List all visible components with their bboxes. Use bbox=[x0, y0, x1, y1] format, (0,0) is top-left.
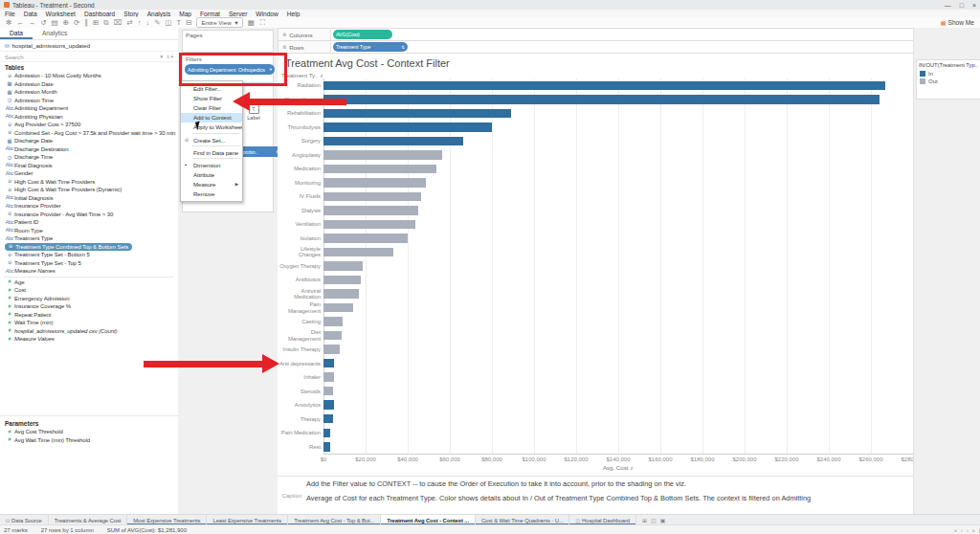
field-room-type[interactable]: AbcRoom Type bbox=[0, 227, 178, 235]
refresh-icon[interactable]: ⟳ bbox=[74, 19, 79, 27]
bar-casting[interactable] bbox=[323, 317, 343, 326]
bar-chemotherapy[interactable] bbox=[323, 95, 880, 104]
bar-monitoring[interactable] bbox=[323, 178, 426, 188]
menu-data[interactable]: Data bbox=[24, 11, 37, 17]
show-me-button[interactable]: ▦ Show Me bbox=[941, 19, 974, 26]
maximize-button[interactable]: □ bbox=[960, 2, 964, 9]
menu-analysis[interactable]: Analysis bbox=[147, 11, 171, 17]
prev-page-icon[interactable]: ‹ bbox=[961, 527, 963, 533]
bar-radiation[interactable] bbox=[323, 81, 885, 91]
bar-diet-management[interactable] bbox=[323, 331, 342, 341]
field-insurance-provider[interactable]: AbcInsurance Provider bbox=[0, 202, 178, 211]
data-source-row[interactable]: ⛁ hospital_admissions_updated bbox=[0, 40, 178, 51]
menu-file[interactable]: File bbox=[5, 11, 15, 17]
menu-item-measure[interactable]: Measure▶ bbox=[181, 180, 242, 189]
field-admission-date[interactable]: ▦Admission Date bbox=[0, 80, 178, 89]
field-wait-time-min-[interactable]: #Wait Time (min) bbox=[0, 319, 178, 327]
menu-item-find-in-data-pane[interactable]: Find in Data pane bbox=[181, 147, 242, 157]
field-discharge-time[interactable]: ◷Discharge Time bbox=[0, 153, 178, 162]
field-admitting-physician[interactable]: AbcAdmitting Physician bbox=[0, 113, 178, 122]
bar-iv-fluids[interactable] bbox=[323, 192, 421, 202]
field-repeat-patient[interactable]: #Repeat Patient bbox=[0, 311, 178, 320]
menu-item-attribute[interactable]: Attribute bbox=[181, 170, 242, 180]
show-hide-cards-icon[interactable]: ▦ bbox=[248, 19, 255, 27]
field-final-diagnosis[interactable]: AbcFinal Diagnosis bbox=[0, 162, 178, 170]
field-admission-time[interactable]: ◷Admission Time bbox=[0, 97, 178, 105]
search-input[interactable]: Search ▼ ≡ ▾ bbox=[0, 51, 178, 62]
first-page-icon[interactable]: « bbox=[954, 527, 957, 533]
legend-item-in[interactable]: In bbox=[917, 70, 980, 78]
undo-icon[interactable]: ← bbox=[16, 19, 24, 27]
tableau-logo-icon[interactable]: ✻ bbox=[6, 19, 11, 27]
field-avg-cost-threshold[interactable]: #Avg Cost Threshold bbox=[0, 428, 178, 436]
pause-updates-icon[interactable]: ∥ bbox=[84, 19, 88, 27]
bar-anti-depressants[interactable] bbox=[323, 359, 334, 368]
bar-antiviral-medication[interactable] bbox=[323, 289, 359, 299]
menu-map[interactable]: Map bbox=[179, 11, 191, 17]
bar-pain-management[interactable] bbox=[323, 303, 353, 313]
view-options-icon[interactable]: ≡ ▾ bbox=[167, 54, 173, 59]
field-treatment-type-combined-top-bottom-sets[interactable]: ⊘Treatment Type Combined Top & Bottom Se… bbox=[0, 243, 178, 252]
new-worksheet-icon[interactable]: ⊞ bbox=[642, 517, 647, 523]
new-story-icon[interactable]: ▣ bbox=[660, 517, 666, 523]
bar-anxiolytics[interactable] bbox=[323, 400, 334, 410]
bar-therapy[interactable] bbox=[323, 414, 333, 424]
field-admission-month[interactable]: ▦Admission Month bbox=[0, 88, 178, 97]
save-icon[interactable]: ▤ bbox=[52, 19, 58, 27]
columns-shelf[interactable]: ≣ Columns AVG(Cost) bbox=[278, 28, 915, 41]
bar-medication[interactable] bbox=[323, 165, 436, 174]
field-combined-set-avg-cost-37-5k-and-provider[interactable]: ⊘Combined Set - Avg Cost > 37.5k and Pro… bbox=[0, 129, 178, 138]
field-insurance-coverage-[interactable]: #Insurance Coverage % bbox=[0, 302, 178, 311]
new-worksheet-icon[interactable]: ⊞ bbox=[93, 19, 99, 27]
field-avg-wait-time-min-threshold[interactable]: #Avg Wait Time (min) Threshold bbox=[0, 436, 178, 445]
add-data-icon[interactable]: ⊕ bbox=[63, 19, 69, 27]
set-color-legend[interactable]: IN/OUT(Treatment Typ.. InOut bbox=[916, 59, 980, 100]
bar-rest[interactable] bbox=[323, 442, 330, 452]
field-discharge-date[interactable]: ▦Discharge Date bbox=[0, 137, 178, 145]
field-patient-id[interactable]: AbcPatient ID bbox=[0, 218, 178, 227]
field-cost[interactable]: #Cost bbox=[0, 286, 178, 295]
bar-surgery[interactable] bbox=[323, 137, 463, 146]
field-gender[interactable]: AbcGender bbox=[0, 169, 178, 178]
field-age[interactable]: #Age bbox=[0, 278, 178, 287]
field-measure-names[interactable]: AbcMeasure Names bbox=[0, 267, 178, 276]
field-treatment-type[interactable]: AbcTreatment Type bbox=[0, 234, 178, 243]
x-axis-title[interactable]: Avg. Cost ⇵ bbox=[323, 464, 913, 471]
minimize-button[interactable]: — bbox=[945, 2, 951, 9]
field-hospital-admissions-updated-csv-count-[interactable]: #hospital_admissions_updated.csv (Count) bbox=[0, 327, 178, 336]
bar-oxygen-therapy[interactable] bbox=[323, 261, 363, 271]
field-treatment-type-set-bottom-5[interactable]: ⊘Treatment Type Set - Bottom 5 bbox=[0, 251, 178, 259]
field-admitting-department[interactable]: AbcAdmitting Department bbox=[0, 104, 178, 113]
sort-descending-icon[interactable]: ↓ bbox=[145, 19, 149, 27]
legend-item-out[interactable]: Out bbox=[917, 78, 980, 85]
selected-field-pill[interactable]: ⊘Treatment Type Combined Top & Bottom Se… bbox=[5, 243, 132, 251]
bar-isolation[interactable] bbox=[323, 234, 408, 243]
menu-item-add-to-context[interactable]: Add to Context bbox=[181, 113, 242, 122]
field-insurance-provider-avg-wait-time-30[interactable]: ⊘Insurance Provider - Avg Wait Time > 30 bbox=[0, 211, 178, 219]
fix-axes-icon[interactable]: ⊟ bbox=[186, 19, 191, 27]
clear-sheet-icon[interactable]: ⌧ bbox=[114, 19, 122, 27]
menu-item-create-set-[interactable]: ⊘Create Set... bbox=[181, 135, 242, 145]
menu-story[interactable]: Story bbox=[123, 11, 138, 17]
last-page-icon[interactable]: » bbox=[972, 527, 975, 533]
menu-help[interactable]: Help bbox=[287, 11, 301, 17]
duplicate-icon[interactable]: ⧉ bbox=[103, 19, 108, 27]
fit-view-dropdown[interactable]: Entire View ▾ bbox=[196, 17, 242, 28]
menu-server[interactable]: Server bbox=[229, 11, 247, 17]
menu-dashboard[interactable]: Dashboard bbox=[84, 11, 115, 17]
filter-icon[interactable]: ▼ bbox=[159, 54, 164, 59]
columns-pill-avg-cost[interactable]: AVG(Cost) bbox=[333, 30, 392, 39]
bar-angioplasty[interactable] bbox=[323, 150, 442, 160]
field-avg-provider-cost-37500[interactable]: ⊘Avg Provider Cost > 37500 bbox=[0, 121, 178, 129]
next-page-icon[interactable]: › bbox=[967, 527, 969, 533]
pane-tab-data[interactable]: Data bbox=[0, 28, 33, 39]
replay-icon[interactable]: ↺ bbox=[40, 19, 46, 27]
pages-shelf[interactable]: Pages bbox=[182, 30, 274, 53]
menu-item-apply-to-worksheets[interactable]: Apply to Worksheets▶ bbox=[181, 122, 242, 132]
field-emergency-admission[interactable]: #Emergency Admission bbox=[0, 295, 178, 303]
rows-shelf[interactable]: ≣ Rows Treatment Type ⇅ bbox=[278, 40, 915, 54]
bar-thrombolysis[interactable] bbox=[323, 122, 492, 132]
menu-item-dimension[interactable]: •Dimension bbox=[181, 160, 242, 169]
presentation-mode-icon[interactable]: ⛶ bbox=[260, 19, 265, 27]
close-button[interactable]: × bbox=[972, 2, 976, 9]
